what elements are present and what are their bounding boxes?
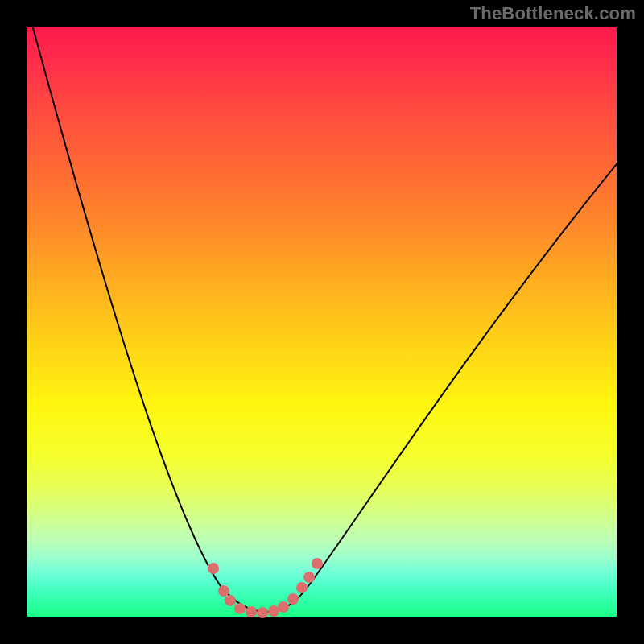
sample-dot: [257, 607, 268, 618]
sample-dot: [303, 572, 315, 583]
sample-dot: [268, 605, 279, 617]
sample-dot: [246, 606, 257, 617]
sample-dot: [218, 585, 229, 597]
curve-layer: [24, 0, 623, 612]
sample-dot: [234, 603, 246, 614]
sample-dot: [278, 601, 289, 613]
bottleneck-curve: [24, 0, 623, 612]
chart-svg: [27, 27, 617, 617]
dots-layer: [208, 558, 323, 618]
chart-frame: TheBottleneck.com: [0, 0, 644, 644]
sample-dot: [296, 582, 308, 593]
sample-dot: [312, 558, 323, 569]
watermark-text: TheBottleneck.com: [470, 3, 636, 24]
sample-dot: [225, 595, 236, 606]
plot-area: [27, 27, 617, 617]
sample-dot: [287, 593, 299, 605]
sample-dot: [208, 563, 219, 574]
